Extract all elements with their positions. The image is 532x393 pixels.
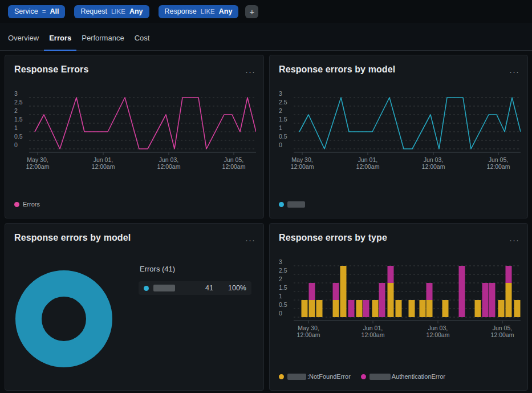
panel-menu-button[interactable]: ··· [509, 69, 519, 75]
svg-text:Jun 03,12:00am: Jun 03,12:00am [422, 156, 445, 170]
redacted-label [153, 285, 175, 291]
svg-text:Jun 05,12:00am: Jun 05,12:00am [491, 325, 514, 338]
svg-text:0.5: 0.5 [279, 301, 287, 308]
svg-text:Jun 01,12:00am: Jun 01,12:00am [362, 325, 385, 338]
svg-text:2: 2 [14, 107, 18, 114]
tab-performance[interactable]: Performance [76, 26, 129, 51]
filter-value: Any [219, 7, 233, 15]
panel-menu-button[interactable]: ··· [245, 69, 255, 75]
redacted-label [369, 374, 391, 380]
slice-percent: 100% [226, 284, 246, 292]
legend-label: :NotFoundError [307, 373, 351, 380]
add-filter-button[interactable]: + [245, 5, 258, 18]
legend-item[interactable]: :NotFoundError [279, 373, 351, 380]
svg-text:Jun 01,12:00am: Jun 01,12:00am [92, 156, 115, 170]
filter-value: All [50, 7, 59, 15]
tab-overview[interactable]: Overview [3, 26, 44, 51]
legend-label: AuthenticationError [392, 373, 445, 380]
panel-menu-button[interactable]: ··· [245, 237, 255, 243]
legend-item[interactable]: Errors [14, 201, 40, 208]
svg-text:0: 0 [279, 141, 282, 148]
panel-errors-by-type: Response errors by type ··· 00.511.522.5… [269, 223, 528, 391]
svg-text:1.5: 1.5 [279, 116, 287, 123]
filter-chip-response[interactable]: Response LIKE Any [159, 5, 239, 18]
slice-count: 41 [205, 284, 213, 292]
legend-item[interactable]: AuthenticationError [361, 373, 445, 380]
errors-by-type-bar-chart: 00.511.522.53May 30,12:00amJun 01,12:00a… [279, 258, 521, 343]
panel-title: Response errors by model [14, 233, 254, 243]
svg-text:3: 3 [279, 90, 282, 97]
filter-operator: LIKE [111, 8, 125, 15]
legend-dot-icon [361, 374, 366, 379]
legend-dot-icon [279, 374, 284, 379]
legend-dot-icon [14, 202, 19, 207]
svg-text:1: 1 [279, 293, 282, 299]
svg-text:2: 2 [279, 275, 282, 282]
errors-by-model-line-chart: 00.511.522.53May 30,12:00amJun 01,12:00a… [279, 90, 521, 175]
panel-errors-by-model-line: Response errors by model ··· 00.511.522.… [269, 55, 528, 218]
svg-text:0: 0 [14, 141, 18, 148]
errors-by-model-donut-chart [15, 270, 112, 367]
response-errors-line-chart: 00.511.522.53May 30,12:00amJun 01,12:00a… [14, 90, 256, 175]
svg-text:2.5: 2.5 [279, 99, 287, 106]
tab-bar: Overview Errors Performance Cost [0, 23, 532, 51]
chart-legend [279, 201, 518, 209]
filter-operator: = [42, 8, 46, 15]
legend-label: Errors [23, 201, 40, 208]
redacted-label [287, 201, 305, 208]
panel-title: Response Errors [14, 64, 254, 75]
panel-menu-button[interactable]: ··· [509, 237, 519, 243]
svg-text:1: 1 [14, 124, 18, 131]
donut-legend-row[interactable]: 41 100% [139, 281, 251, 295]
legend-dot-icon [279, 202, 284, 207]
dashboard-root: { "filters": { "chips": [ { "field": "Se… [0, 0, 532, 393]
tab-errors[interactable]: Errors [44, 26, 76, 51]
svg-text:Jun 05,12:00am: Jun 05,12:00am [222, 156, 246, 170]
panel-title: Response errors by type [279, 233, 518, 243]
legend-dot-icon [144, 286, 149, 291]
panel-errors-by-model-donut: Response errors by model ··· Errors (41)… [5, 223, 264, 391]
svg-text:3: 3 [14, 90, 18, 97]
svg-text:May 30,12:00am: May 30,12:00am [297, 325, 320, 338]
filter-chip-service[interactable]: Service = All [8, 5, 65, 18]
svg-text:1.5: 1.5 [14, 116, 23, 123]
svg-text:2: 2 [279, 107, 282, 114]
filter-field: Response [165, 7, 197, 15]
filter-value: Any [129, 7, 143, 15]
tab-cost[interactable]: Cost [129, 26, 155, 51]
svg-text:May 30,12:00am: May 30,12:00am [26, 156, 50, 170]
svg-text:Jun 03,12:00am: Jun 03,12:00am [157, 156, 181, 170]
svg-text:Jun 03,12:00am: Jun 03,12:00am [427, 325, 450, 338]
filter-field: Request [80, 7, 107, 15]
donut-total-label: Errors (41) [140, 265, 251, 273]
filter-bar: Service = All Request LIKE Any Response … [0, 0, 532, 23]
svg-text:Jun 01,12:00am: Jun 01,12:00am [356, 156, 380, 170]
panel-response-errors: Response Errors ··· 00.511.522.53May 30,… [5, 55, 264, 218]
dashboard-grid: Response Errors ··· 00.511.522.53May 30,… [0, 51, 532, 391]
plus-icon: + [249, 6, 254, 18]
svg-text:0.5: 0.5 [279, 133, 287, 140]
svg-text:May 30,12:00am: May 30,12:00am [291, 156, 314, 170]
donut-ring [29, 283, 99, 354]
legend-item[interactable] [279, 201, 305, 208]
svg-text:3: 3 [279, 258, 282, 265]
chart-legend: Errors [14, 201, 254, 209]
svg-text:0.5: 0.5 [14, 133, 23, 140]
svg-text:0: 0 [279, 310, 282, 317]
redacted-label [287, 374, 306, 380]
filter-operator: LIKE [201, 8, 215, 15]
filter-chip-request[interactable]: Request LIKE Any [74, 5, 149, 18]
panel-title: Response errors by model [279, 64, 518, 75]
filter-field: Service [14, 7, 38, 15]
donut-chart-area: Errors (41) 41 100% [14, 258, 254, 367]
svg-text:1: 1 [279, 124, 282, 131]
donut-legend: Errors (41) 41 100% [139, 265, 251, 367]
svg-text:2.5: 2.5 [14, 99, 23, 106]
svg-text:2.5: 2.5 [279, 267, 287, 274]
svg-text:1.5: 1.5 [279, 284, 287, 291]
chart-legend: :NotFoundErrorAuthenticationError [279, 373, 518, 381]
svg-text:Jun 05,12:00am: Jun 05,12:00am [487, 156, 510, 170]
